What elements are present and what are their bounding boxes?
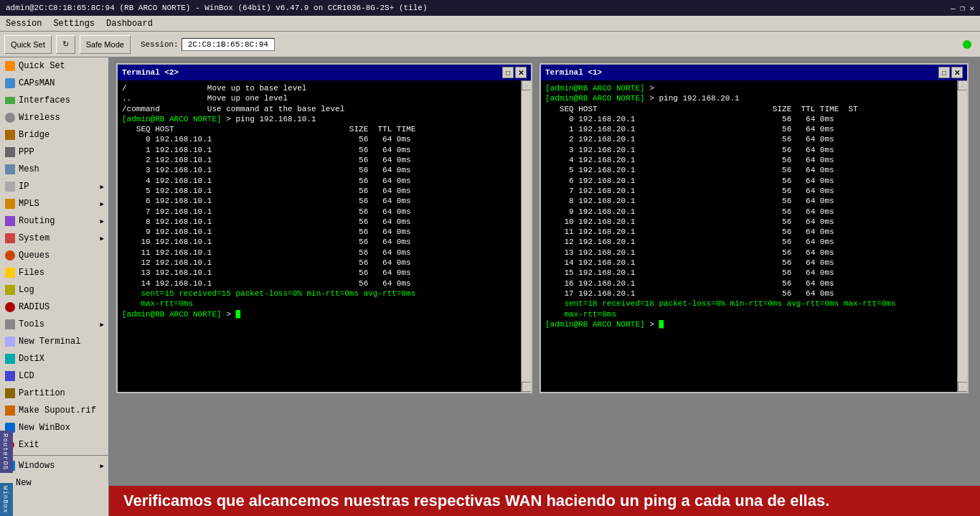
content-area: Terminal <2> □ ✕ / Move up to base level…	[109, 57, 980, 516]
terminal-2-content: / Move up to base level .. Move up one l…	[122, 83, 527, 319]
routing-icon	[4, 215, 16, 227]
sidebar-item-ip[interactable]: IP	[0, 178, 108, 195]
sidebar-label-quick-set: Quick Set	[19, 61, 65, 71]
session-value: 2C:C8:1B:65:8C:94	[182, 38, 275, 51]
mpls-icon	[4, 198, 16, 210]
sidebar-label-routing: Routing	[19, 216, 55, 226]
sidebar-label-new-terminal: New Terminal	[19, 337, 80, 347]
sidebar-label-wireless: Wireless	[19, 113, 60, 123]
sidebar-item-capsman[interactable]: CAPsMAN	[0, 75, 108, 92]
terminal-1-body[interactable]: [admin@RB ARCO NORTE] > [admin@RB ARCO N…	[541, 80, 967, 392]
sidebar-item-new[interactable]: New	[0, 474, 108, 492]
mesh-icon	[4, 164, 16, 175]
sidebar-item-system[interactable]: System	[0, 230, 108, 247]
log-icon	[4, 284, 16, 296]
sidebar-label-new-winbox: New WinBox	[19, 423, 70, 433]
terminal-2-scroll-up[interactable]: ▲	[522, 80, 532, 90]
sidebar-label-mpls: MPLS	[19, 199, 39, 209]
toolbar: Quick Set ↻ Safe Mode Session: 2C:C8:1B:…	[0, 32, 980, 57]
sidebar-item-mesh[interactable]: Mesh	[0, 161, 108, 178]
sidebar-item-exit[interactable]: Exit	[0, 436, 108, 454]
sidebar-label-bridge: Bridge	[19, 130, 50, 140]
sidebar-item-make-supout[interactable]: Make Supout.rif	[0, 402, 108, 419]
tools-icon	[4, 319, 16, 330]
status-dot	[963, 40, 971, 49]
titlebar: admin@2C:C8:1B:65:8C:94 (RB ARCO NORTE) …	[0, 0, 980, 16]
sidebar-item-bridge[interactable]: Bridge	[0, 126, 108, 144]
sidebar-label-mesh: Mesh	[19, 164, 39, 174]
terminal-1-titlebar[interactable]: Terminal <1> □ ✕	[541, 65, 967, 80]
terminal-1-scrollbar[interactable]: ▲ ▼	[957, 80, 967, 392]
sidebar-item-queues[interactable]: Queues	[0, 247, 108, 264]
menu-session[interactable]: Session	[6, 19, 42, 29]
sidebar-label-log: Log	[19, 285, 34, 295]
terminal-2-close-button[interactable]: ✕	[515, 67, 527, 78]
files-icon	[4, 267, 16, 278]
menu-settings[interactable]: Settings	[53, 19, 95, 29]
sidebar-item-quick-set[interactable]: Quick Set	[0, 57, 108, 75]
sidebar-item-dot1x[interactable]: Dot1X	[0, 350, 108, 367]
sidebar-label-files: Files	[19, 268, 44, 278]
minimize-button[interactable]: —	[951, 4, 956, 13]
lcd-icon	[4, 370, 16, 382]
sidebar-label-new: New	[16, 478, 32, 488]
titlebar-controls: — ❐ ✕	[951, 4, 974, 13]
subtitle-banner: Verificamos que alcancemos nuestras resp…	[109, 486, 980, 516]
sidebar-item-files[interactable]: Files	[0, 264, 108, 281]
terminal-1-title: Terminal <1>	[545, 68, 602, 77]
sidebar: Quick Set CAPsMAN Interfaces Wireless Br…	[0, 57, 109, 516]
terminal-1-content: [admin@RB ARCO NORTE] > [admin@RB ARCO N…	[545, 83, 963, 329]
sidebar-label-windows: Windows	[19, 461, 55, 471]
terminal-2-scrollbar[interactable]: ▲ ▼	[521, 80, 531, 392]
safe-mode-button[interactable]: Safe Mode	[80, 35, 131, 54]
terminal-2-titlebar[interactable]: Terminal <2> □ ✕	[118, 65, 531, 80]
sidebar-item-ppp[interactable]: PPP	[0, 144, 108, 161]
sidebar-item-log[interactable]: Log	[0, 281, 108, 299]
capsman-icon	[4, 78, 16, 89]
terminal-2-controls: □ ✕	[502, 67, 527, 78]
sidebar-label-partition: Partition	[19, 388, 65, 398]
sidebar-item-lcd[interactable]: LCD	[0, 367, 108, 385]
sidebar-item-routing[interactable]: Routing	[0, 212, 108, 230]
refresh-button[interactable]: ↻	[56, 35, 75, 54]
sidebar-label-queues: Queues	[19, 250, 50, 261]
terminal-1-window: Terminal <1> □ ✕ [admin@RB ARCO NORTE] >…	[540, 63, 969, 393]
terminal-2-scroll-down[interactable]: ▼	[522, 382, 532, 392]
sidebar-label-exit: Exit	[19, 440, 39, 450]
terminal-2-scroll-thumb	[522, 90, 531, 382]
session-box: Session: 2C:C8:1B:65:8C:94	[141, 38, 275, 51]
sidebar-item-mpls[interactable]: MPLS	[0, 195, 108, 212]
radius-icon	[4, 301, 16, 313]
menubar: Session Settings Dashboard	[0, 16, 980, 32]
sidebar-label-capsman: CAPsMAN	[19, 78, 55, 88]
terminal-2-window: Terminal <2> □ ✕ / Move up to base level…	[116, 63, 532, 393]
terminal-1-scroll-down[interactable]: ▼	[958, 382, 968, 392]
terminal-1-resize-button[interactable]: □	[938, 67, 950, 78]
sidebar-label-lcd: LCD	[19, 371, 34, 381]
sidebar-item-interfaces[interactable]: Interfaces	[0, 92, 108, 109]
terminal-1-close-button[interactable]: ✕	[951, 67, 963, 78]
safe-mode-label: Safe Mode	[86, 40, 124, 49]
terminal-2-title: Terminal <2>	[122, 68, 179, 77]
sidebar-item-new-terminal[interactable]: New Terminal	[0, 333, 108, 350]
sidebar-item-new-winbox[interactable]: New WinBox	[0, 419, 108, 436]
wireless-icon	[4, 112, 16, 123]
make-supout-icon	[4, 405, 16, 416]
main-container: Quick Set CAPsMAN Interfaces Wireless Br…	[0, 57, 980, 516]
sidebar-item-partition[interactable]: Partition	[0, 385, 108, 402]
quick-set-button[interactable]: Quick Set	[4, 35, 52, 54]
ppp-icon	[4, 146, 16, 158]
maximize-button[interactable]: ❐	[960, 4, 965, 13]
terminal-1-scroll-up[interactable]: ▲	[958, 80, 968, 90]
menu-dashboard[interactable]: Dashboard	[106, 19, 153, 29]
sidebar-item-windows[interactable]: Windows	[0, 457, 108, 474]
sidebar-label-interfaces: Interfaces	[19, 95, 70, 105]
terminal-2-resize-button[interactable]: □	[502, 67, 514, 78]
queues-icon	[4, 250, 16, 261]
terminal-2-body[interactable]: / Move up to base level .. Move up one l…	[118, 80, 531, 392]
sidebar-item-wireless[interactable]: Wireless	[0, 109, 108, 126]
close-button[interactable]: ✕	[969, 4, 974, 13]
sidebar-item-radius[interactable]: RADIUS	[0, 299, 108, 316]
sidebar-item-tools[interactable]: Tools	[0, 316, 108, 333]
sidebar-label-tools: Tools	[19, 319, 44, 329]
